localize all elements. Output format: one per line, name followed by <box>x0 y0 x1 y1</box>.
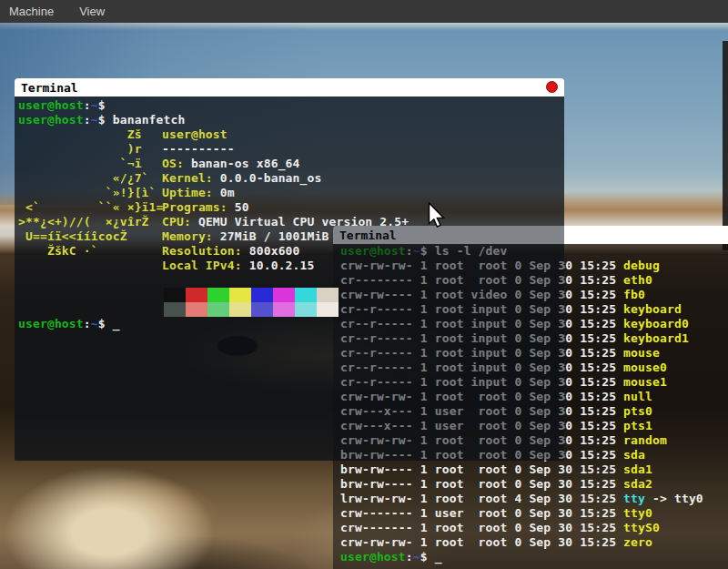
palette-swatch <box>273 302 295 317</box>
palette-swatch <box>251 288 273 302</box>
menu-item-machine[interactable]: Machine <box>9 5 54 18</box>
ascii-art-logo: Zš )r `¬ï «/¿7` `»!}[ì` <` ``« ×}ï1= >**… <box>18 127 162 273</box>
info-line: CPU: QEMU Virtual CPU version 2.5+ <box>162 215 409 229</box>
palette-swatch <box>207 288 229 302</box>
ls-row: crw-rw-rw- 1 root root 0 Sep 30 15:25 ze… <box>340 535 728 550</box>
text-cursor: _ <box>435 550 442 564</box>
vm-screen: Machine View Terminal user@host:~$ ls -l… <box>0 0 728 569</box>
palette-swatch <box>317 302 339 317</box>
palette-swatch <box>164 288 186 302</box>
info-line: ---------- <box>162 142 409 157</box>
ls-row: brw-rw---- 1 root root 0 Sep 30 15:25 sd… <box>340 477 728 492</box>
terminal1-titlebar[interactable]: Terminal <box>15 78 564 97</box>
palette-swatch <box>295 288 317 302</box>
info-line: OS: banan-os x86_64 <box>162 157 409 171</box>
terminal-prompt-line: user@host:~$ <box>18 98 564 113</box>
menu-item-view[interactable]: View <box>79 5 105 18</box>
info-line: user@host <box>162 127 409 142</box>
ls-row: crw------- 1 user root 0 Sep 30 15:25 tt… <box>340 506 728 521</box>
system-info: user@host----------OS: banan-os x86_64Ke… <box>162 127 409 273</box>
palette-swatch <box>207 302 229 317</box>
ls-row: lrw-rw-rw- 1 root root 4 Sep 30 15:25 tt… <box>340 492 728 506</box>
info-line: Programs: 50 <box>162 200 409 215</box>
desktop[interactable]: Terminal user@host:~$ ls -l /dev crw-rw-… <box>0 23 728 569</box>
menu-bar: Machine View <box>0 0 728 23</box>
terminal1-title: Terminal <box>15 81 78 95</box>
terminal-prompt-line: user@host:~$ _ <box>18 317 564 331</box>
mouse-cursor <box>428 202 446 229</box>
info-line: Resolution: 800x600 <box>162 244 409 259</box>
terminal-prompt-line: user@host:~$ _ <box>340 550 728 564</box>
close-button[interactable] <box>546 81 558 93</box>
text-cursor: _ <box>113 317 120 330</box>
terminal-window-bananfetch: Terminal user@host:~$ user@host:~$ banan… <box>15 78 564 461</box>
palette-swatch <box>295 302 317 317</box>
palette-swatch <box>164 302 186 317</box>
palette-swatch <box>229 288 251 302</box>
palette-swatch <box>317 288 339 302</box>
color-palette <box>164 288 339 317</box>
palette-swatch <box>229 302 251 317</box>
palette-swatch <box>186 302 207 317</box>
palette-swatch <box>273 288 295 302</box>
ls-row: brw-rw---- 1 root root 0 Sep 30 15:25 sd… <box>340 462 728 477</box>
ls-row: crw------- 1 root root 0 Sep 30 15:25 tt… <box>340 521 728 535</box>
info-line: Uptime: 0m <box>162 186 409 200</box>
terminal-line: user@host:~$ bananfetch <box>18 113 564 127</box>
palette-swatch <box>186 288 207 302</box>
terminal1-content[interactable]: user@host:~$ user@host:~$ bananfetch Zš … <box>15 97 564 461</box>
command-text: bananfetch <box>113 113 186 127</box>
info-line: Kernel: 0.0.0-banan_os <box>162 171 409 186</box>
info-line: Memory: 27MiB / 1001MiB <box>162 229 409 244</box>
info-line: Local IPv4: 10.0.2.15 <box>162 259 409 273</box>
bananfetch-output: Zš )r `¬ï «/¿7` `»!}[ì` <` ``« ×}ï1= >**… <box>18 127 564 273</box>
palette-swatch <box>251 302 273 317</box>
